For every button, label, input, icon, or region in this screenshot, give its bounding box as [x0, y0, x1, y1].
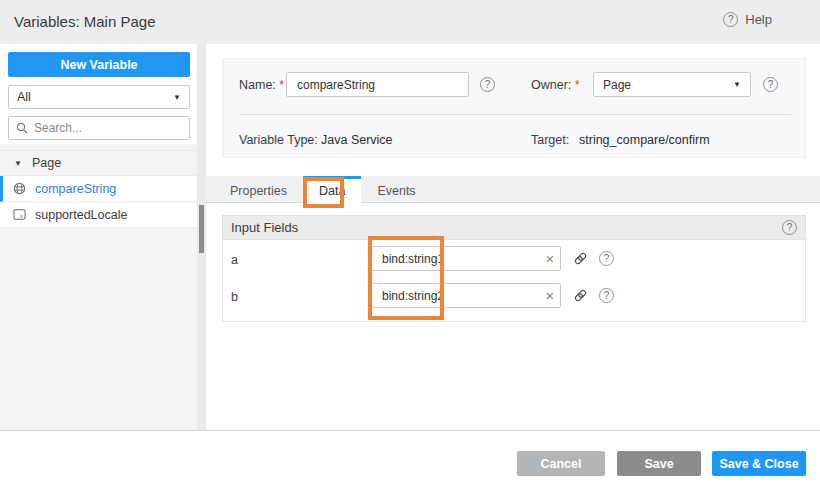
tab-data[interactable]: Data — [303, 176, 361, 203]
bind-input-a-field[interactable] — [372, 252, 540, 266]
search-input[interactable] — [34, 121, 182, 135]
chevron-down-icon: ▼ — [733, 80, 741, 89]
tree-item-label: compareString — [35, 182, 116, 196]
variables-tree: ▼ Page compareString — [0, 144, 197, 430]
tab-events[interactable]: Events — [361, 176, 431, 203]
variable-type-label: Variable Type: — [239, 133, 318, 147]
chevron-down-icon[interactable]: ▼ — [14, 159, 22, 168]
filter-selected-value: All — [17, 90, 31, 104]
input-fields-header: Input Fields ? — [222, 215, 806, 240]
clear-icon[interactable]: × — [540, 284, 560, 307]
owner-selected-value: Page — [603, 78, 631, 92]
bind-input-b-field[interactable] — [372, 289, 540, 303]
input-fields-body: a × ? b × — [222, 240, 806, 322]
tree-item-label: supportedLocale — [35, 208, 127, 222]
tree-group-page[interactable]: ▼ Page — [0, 150, 197, 176]
input-fields-section: Input Fields ? a × — [222, 215, 806, 322]
variable-search[interactable] — [8, 116, 190, 140]
tree-item-comparestring[interactable]: compareString — [0, 176, 197, 202]
detail-tabs: Properties Data Events — [206, 176, 820, 203]
name-label: Name: * — [239, 78, 284, 92]
sidebar-scrollbar-track[interactable] — [197, 44, 206, 430]
tree-item-supportedlocale[interactable]: x supportedLocale — [0, 202, 197, 228]
clear-icon[interactable]: × — [540, 247, 560, 270]
required-marker: * — [279, 78, 284, 92]
text-variable-icon: x — [13, 208, 26, 221]
variable-type-value: Java Service — [321, 133, 393, 147]
input-fields-help-icon[interactable]: ? — [782, 220, 797, 235]
save-and-close-button[interactable]: Save & Close — [712, 451, 806, 476]
variable-detail-pane: Name: * ? Owner: * Page ▼ ? Variable Typ… — [206, 44, 820, 430]
field-b-help-icon[interactable]: ? — [599, 288, 614, 303]
new-variable-button[interactable]: New Variable — [8, 52, 190, 77]
bind-link-icon[interactable] — [573, 288, 588, 303]
dialog-footer: Cancel Save Save & Close — [0, 430, 820, 490]
field-name-a: a — [231, 253, 238, 267]
svg-text:x: x — [20, 213, 23, 219]
name-input[interactable] — [286, 72, 469, 97]
target-label: Target: — [531, 133, 569, 147]
help-icon[interactable]: ? — [723, 12, 738, 27]
search-icon — [16, 122, 28, 134]
bind-input-a[interactable]: × — [371, 246, 561, 271]
save-button[interactable]: Save — [617, 451, 701, 476]
name-help-icon[interactable]: ? — [480, 77, 495, 92]
cancel-button[interactable]: Cancel — [517, 451, 605, 476]
target-value: string_compare/confirm — [579, 133, 710, 147]
field-name-b: b — [231, 290, 238, 304]
variable-summary-panel: Name: * ? Owner: * Page ▼ ? Variable Typ… — [222, 58, 806, 158]
tree-group-label: Page — [32, 156, 61, 170]
owner-help-icon[interactable]: ? — [763, 77, 778, 92]
panel-divider — [239, 114, 791, 115]
help-label: Help — [745, 12, 772, 27]
variables-dialog: Variables: Main Page ? Help New Variable… — [0, 0, 820, 490]
owner-select[interactable]: Page ▼ — [593, 72, 751, 97]
chevron-down-icon: ▼ — [173, 93, 181, 102]
page-title: Variables: Main Page — [14, 13, 155, 30]
field-a-help-icon[interactable]: ? — [599, 251, 614, 266]
owner-label: Owner: * — [531, 78, 580, 92]
bind-input-b[interactable]: × — [371, 283, 561, 308]
service-icon — [13, 182, 26, 195]
variable-filter-select[interactable]: All ▼ — [8, 85, 190, 109]
required-marker: * — [575, 78, 580, 92]
sidebar-scrollbar-thumb[interactable] — [199, 205, 204, 253]
tab-properties[interactable]: Properties — [214, 176, 303, 203]
input-fields-title: Input Fields — [231, 220, 298, 235]
variables-sidebar: New Variable All ▼ ▼ Page — [0, 44, 197, 430]
dialog-header: Variables: Main Page ? Help — [0, 0, 820, 44]
bind-link-icon[interactable] — [573, 251, 588, 266]
help-link[interactable]: ? Help — [723, 12, 772, 27]
